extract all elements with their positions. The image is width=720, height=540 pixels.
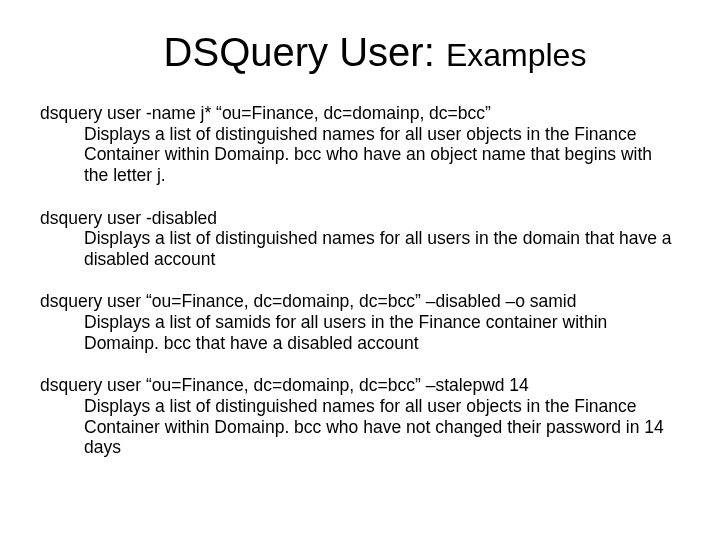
example-command: dsquery user “ou=Finance, dc=domainp, dc… bbox=[40, 291, 680, 312]
example-block: dsquery user “ou=Finance, dc=domainp, dc… bbox=[40, 291, 680, 353]
slide-title: DSQuery User: Examples bbox=[40, 30, 680, 75]
example-description: Displays a list of distinguished names f… bbox=[40, 228, 680, 269]
example-command: dsquery user -disabled bbox=[40, 208, 680, 229]
example-block: dsquery user “ou=Finance, dc=domainp, dc… bbox=[40, 375, 680, 458]
example-description: Displays a list of samids for all users … bbox=[40, 312, 680, 353]
title-sub: Examples bbox=[446, 37, 587, 73]
example-block: dsquery user -name j* “ou=Finance, dc=do… bbox=[40, 103, 680, 186]
example-command: dsquery user “ou=Finance, dc=domainp, dc… bbox=[40, 375, 680, 396]
example-block: dsquery user -disabled Displays a list o… bbox=[40, 208, 680, 270]
title-main: DSQuery User: bbox=[164, 30, 446, 74]
example-description: Displays a list of distinguished names f… bbox=[40, 124, 680, 186]
example-description: Displays a list of distinguished names f… bbox=[40, 396, 680, 458]
example-command: dsquery user -name j* “ou=Finance, dc=do… bbox=[40, 103, 680, 124]
